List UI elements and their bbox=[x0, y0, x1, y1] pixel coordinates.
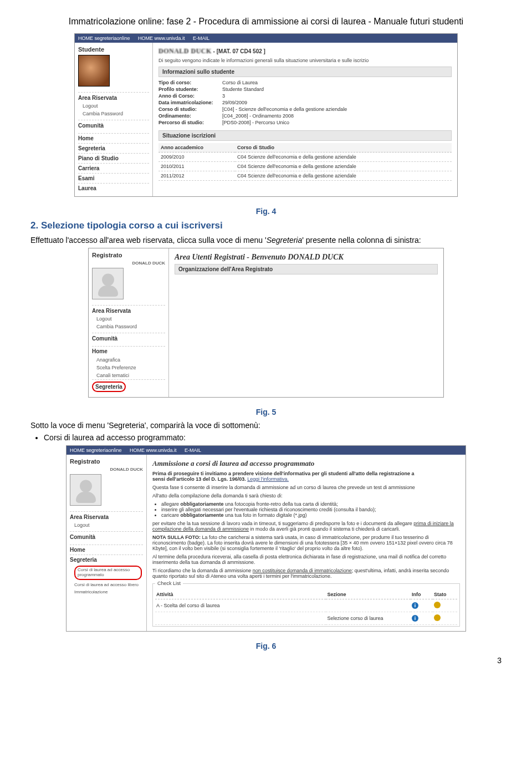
topbar-link[interactable]: HOME segreteriaonline bbox=[70, 447, 122, 453]
checklist-legend: Check List bbox=[155, 581, 183, 586]
note-foto: NOTA SULLA FOTO: La foto che caricherai … bbox=[152, 535, 460, 551]
note-ricordiamo: Ti ricordiamo che la domanda di ammissio… bbox=[152, 568, 460, 579]
fig4-caption: Fig. 4 bbox=[30, 207, 502, 216]
nav-corsi-programmato[interactable]: Corsi di laurea ad accesso programmato bbox=[70, 564, 143, 581]
informativa-note: Prima di proseguire ti invitiamo a prend… bbox=[152, 471, 460, 482]
sidebar-title: Registrato bbox=[70, 458, 143, 465]
topbar-link[interactable]: HOME www.univda.it bbox=[138, 35, 185, 41]
section-2-text: Effettuato l'accesso all'area web riserv… bbox=[30, 236, 502, 245]
row-value: Studente Standard bbox=[222, 87, 264, 92]
sidebar: Registrato DONALD DUCK Area Riservata Lo… bbox=[66, 455, 147, 631]
text-em: Segreteria bbox=[267, 236, 303, 245]
td-corso: C04 Scienze dell'economia e della gestio… bbox=[235, 162, 452, 171]
req-item: caricare obbligatoriamente una tua foto … bbox=[161, 512, 460, 518]
sidebar-name: DONALD DUCK bbox=[92, 261, 165, 266]
th-stato: Stato bbox=[433, 590, 457, 599]
text-part: in modo da averli già pronti quando il s… bbox=[249, 526, 400, 532]
situazione-bar: Situazione iscrizioni bbox=[158, 130, 452, 141]
sidebar: Registrato DONALD DUCK Area Riservata Lo… bbox=[89, 248, 169, 397]
text-part: Ti ricordiamo che la domanda di ammissio… bbox=[152, 568, 253, 573]
nav-immatricolazione[interactable]: Immatricolazione bbox=[70, 588, 143, 596]
nav-corsi-libero[interactable]: Corsi di laurea ad accesso libero bbox=[70, 581, 143, 588]
th-attivita: Attività bbox=[155, 590, 326, 599]
td-corso: C04 Scienze dell'economia e della gestio… bbox=[235, 171, 452, 181]
info-icon[interactable]: i bbox=[412, 602, 418, 609]
topbar-link[interactable]: HOME www.univda.it bbox=[130, 447, 177, 453]
nav-preferenze[interactable]: Scelta Preferenze bbox=[92, 364, 165, 372]
req-item: inserire gli allegati necessari per l'ev… bbox=[161, 507, 460, 512]
nav-anagrafica[interactable]: Anagrafica bbox=[92, 356, 165, 364]
note-timeout: per evitare che la tua sessione di lavor… bbox=[152, 521, 460, 532]
segreteria-circled: Segreteria bbox=[92, 382, 126, 392]
row-value: Corso di Laurea bbox=[222, 80, 258, 85]
sidebar-title: Registrato bbox=[92, 252, 165, 258]
comunita-heading: Comunità bbox=[78, 120, 149, 130]
row-value: [C04_2008] - Ordinamento 2008 bbox=[222, 113, 294, 119]
avatar bbox=[78, 55, 110, 87]
screenshot-fig6: HOME segreteriaonline HOME www.univda.it… bbox=[66, 445, 466, 632]
nav-home[interactable]: Home bbox=[70, 545, 143, 555]
avatar bbox=[92, 268, 124, 299]
logout-link[interactable]: Logout bbox=[92, 315, 165, 323]
welcome-heading: Area Utenti Registrati - Benvenuto DONAL… bbox=[175, 253, 438, 262]
td-anno: 2009/2010 bbox=[158, 152, 235, 162]
note-compilazione: All'atto della compilazione della domand… bbox=[152, 493, 460, 499]
main-panel: Ammissione a corsi di laurea ad accesso … bbox=[147, 455, 466, 631]
bullet-corsi: Corsi di laurea ad accesso programmato: bbox=[44, 433, 502, 442]
row-value: 3 bbox=[222, 93, 225, 99]
section-2-heading: 2. Selezione tipologia corso a cui iscri… bbox=[30, 220, 502, 231]
topbar-link[interactable]: E-MAIL bbox=[185, 447, 201, 453]
nav-esami[interactable]: Esami bbox=[78, 173, 149, 183]
note-foto-label: NOTA SULLA FOTO: bbox=[152, 535, 201, 540]
nav-segreteria[interactable]: Segreteria bbox=[78, 143, 149, 153]
iscrizioni-table: Anno accademico Corso di Studio 2009/201… bbox=[158, 143, 452, 181]
th-corso: Corso di Studio bbox=[235, 143, 452, 152]
info-icon[interactable]: i bbox=[412, 615, 418, 622]
row-value: [C04] - Scienze dell'economia e della ge… bbox=[222, 106, 347, 112]
fig6-caption: Fig. 6 bbox=[30, 642, 502, 650]
note-mail: Al termine della procedura riceverai, al… bbox=[152, 554, 460, 565]
page-number: 3 bbox=[30, 656, 502, 665]
logout-link[interactable]: Logout bbox=[70, 521, 143, 529]
sidebar: Studente Area Riservata Logout Cambia Pa… bbox=[75, 43, 153, 196]
info-bar: Informazioni sullo studente bbox=[158, 67, 452, 77]
nav-segreteria-circled[interactable]: Segreteria bbox=[92, 379, 165, 394]
student-heading: DONALD DUCK - [MAT. 07 CD4 502 ] bbox=[158, 47, 452, 55]
row-value: [PDS0-2008] - Percorso Unico bbox=[222, 120, 289, 125]
fig5-caption: Fig. 5 bbox=[30, 408, 502, 416]
row-value: 29/09/2009 bbox=[222, 100, 247, 105]
comunita-heading: Comunità bbox=[70, 531, 143, 541]
cambia-password-link[interactable]: Cambia Password bbox=[92, 323, 165, 330]
area-riservata-heading: Area Riservata bbox=[92, 305, 165, 315]
avatar bbox=[70, 474, 101, 506]
row-label: Tipo di corso: bbox=[158, 80, 222, 85]
student-mat: - [MAT. 07 CD4 502 ] bbox=[212, 48, 265, 54]
nav-carriera[interactable]: Carriera bbox=[78, 163, 149, 173]
nav-segreteria[interactable]: Segreteria bbox=[70, 555, 143, 564]
main-panel: DONALD DUCK - [MAT. 07 CD4 502 ] Di segu… bbox=[153, 43, 457, 196]
checklist-table: Attività Sezione Info Stato A - Scelta d… bbox=[155, 590, 457, 625]
nav-laurea[interactable]: Laurea bbox=[78, 183, 149, 193]
cambia-password-link[interactable]: Cambia Password bbox=[78, 110, 149, 118]
sotto-text: Sotto la voce di menu 'Segreteria', comp… bbox=[30, 421, 502, 430]
row-label: Anno di Corso: bbox=[158, 93, 222, 99]
status-icon bbox=[434, 602, 441, 608]
corsi-programmato-circled: Corsi di laurea ad accesso programmato bbox=[74, 566, 142, 580]
topbar-link[interactable]: HOME segreteriaonline bbox=[78, 35, 130, 41]
text-part: sensi dell'articolo 13 del D. Lgs. 196/0… bbox=[152, 476, 247, 482]
text-underline: non costituisce domanda di immatricolazi… bbox=[253, 568, 352, 573]
admission-heading: Ammissione a corsi di laurea ad accesso … bbox=[152, 459, 460, 468]
sidebar-title: Studente bbox=[78, 46, 149, 53]
cl-attivita: A - Scelta del corso di laurea bbox=[155, 599, 326, 612]
informativa-link[interactable]: Leggi l'informativa. bbox=[247, 476, 289, 482]
intro-text: Di seguito vengono indicate le informazi… bbox=[158, 58, 452, 63]
nav-canali[interactable]: Canali tematici bbox=[92, 372, 165, 379]
logout-link[interactable]: Logout bbox=[78, 102, 149, 110]
th-sezione: Sezione bbox=[326, 590, 411, 599]
nav-piano[interactable]: Piano di Studio bbox=[78, 153, 149, 163]
row-label: Data immatricolazione: bbox=[158, 100, 222, 105]
topbar-link[interactable]: E-MAIL bbox=[193, 35, 209, 41]
row-label: Profilo studente: bbox=[158, 87, 222, 92]
nav-home[interactable]: Home bbox=[92, 346, 165, 356]
nav-home[interactable]: Home bbox=[78, 133, 149, 143]
